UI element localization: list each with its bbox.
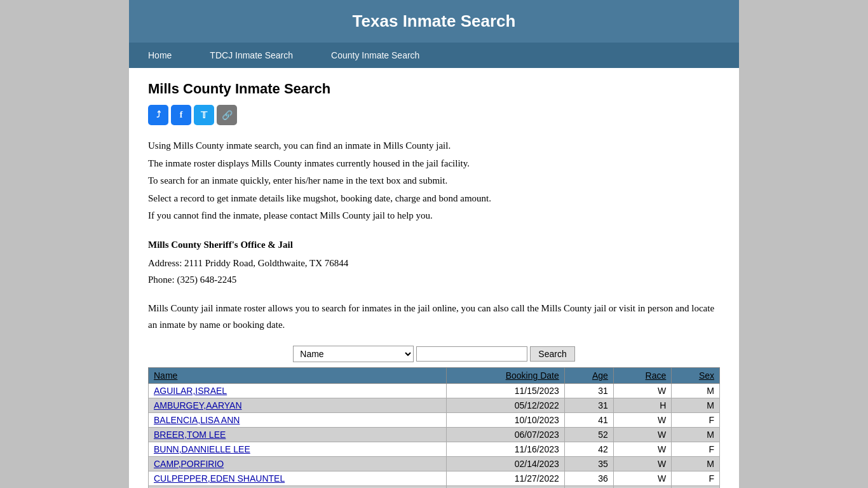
col-header-age[interactable]: Age <box>564 368 613 384</box>
desc-line1: Using Mills County inmate search, you ca… <box>148 138 720 154</box>
phone-label: Phone: <box>148 274 175 285</box>
cell-race: W <box>613 457 671 471</box>
jail-phone: Phone: (325) 648-2245 <box>148 272 720 288</box>
cell-booking-date: 11/27/2022 <box>446 471 564 486</box>
cell-booking-date: 06/07/2023 <box>446 428 564 442</box>
col-header-booking-date[interactable]: Booking Date <box>446 368 564 384</box>
search-type-select[interactable]: Name Booking Date <box>293 346 414 362</box>
cell-race: B <box>613 486 671 489</box>
table-row[interactable]: BREER,TOM LEE 06/07/2023 52 W M <box>149 428 720 442</box>
site-header: Texas Inmate Search <box>129 0 739 43</box>
cell-booking-date: 10/10/2023 <box>446 413 564 428</box>
cell-age: 42 <box>564 442 613 457</box>
cell-name: CULPEPPER,EDEN SHAUNTEL <box>149 471 447 486</box>
cell-booking-date: 05/12/2022 <box>446 398 564 413</box>
cell-name: BUNN,DANNIELLE LEE <box>149 442 447 457</box>
cell-sex: F <box>672 413 720 428</box>
desc-line5: If you cannot find the inmate, please co… <box>148 208 720 224</box>
social-icons: ⤴ f 𝕋 🔗 <box>148 105 720 125</box>
cell-race: H <box>613 398 671 413</box>
twitter-icon: 𝕋 <box>201 110 207 121</box>
cell-race: W <box>613 428 671 442</box>
link-icon: 🔗 <box>222 110 233 121</box>
col-header-name[interactable]: Name <box>149 368 447 384</box>
inmate-table-body: AGUILAR,ISRAEL 11/15/2023 31 W M AMBURGE… <box>149 384 720 489</box>
cell-sex: F <box>672 486 720 489</box>
cell-age: 31 <box>564 398 613 413</box>
nav-tdcj[interactable]: TDCJ Inmate Search <box>191 43 312 68</box>
cell-name: CAMP,PORFIRIO <box>149 457 447 471</box>
cell-race: W <box>613 413 671 428</box>
share-icon: ⤴ <box>156 110 161 120</box>
table-row[interactable]: BALENCIA,LISA ANN 10/10/2023 41 W F <box>149 413 720 428</box>
facebook-button[interactable]: f <box>171 105 191 125</box>
inmate-table: Name Booking Date Age Race Sex <box>148 367 720 488</box>
cell-sex: M <box>672 457 720 471</box>
cell-age: 52 <box>564 428 613 442</box>
cell-name: AGUILAR,ISRAEL <box>149 384 447 398</box>
page-title: Mills County Inmate Search <box>148 81 720 97</box>
cell-race: W <box>613 471 671 486</box>
cell-booking-date: 11/16/2023 <box>446 442 564 457</box>
cell-sex: F <box>672 442 720 457</box>
cell-sex: M <box>672 428 720 442</box>
desc-line2: The inmate roster displays Mills County … <box>148 156 720 172</box>
desc-line4: Select a record to get inmate details li… <box>148 191 720 207</box>
table-row[interactable]: AMBURGEY,AARYAN 05/12/2022 31 H M <box>149 398 720 413</box>
cell-race: W <box>613 442 671 457</box>
facebook-icon: f <box>180 110 183 120</box>
address-label: Address: <box>148 258 182 268</box>
desc-line3: To search for an inmate quickly, enter h… <box>148 173 720 189</box>
table-row[interactable]: DIXON,NASJA SHEREE 09/20/2023 32 B F <box>149 486 720 489</box>
table-row[interactable]: BUNN,DANNIELLE LEE 11/16/2023 42 W F <box>149 442 720 457</box>
search-input[interactable] <box>416 346 527 362</box>
site-title: Texas Inmate Search <box>135 11 733 31</box>
table-row[interactable]: AGUILAR,ISRAEL 11/15/2023 31 W M <box>149 384 720 398</box>
content-area: Mills County Inmate Search ⤴ f 𝕋 🔗 Using… <box>129 68 739 488</box>
search-bar: Name Booking Date Search <box>148 346 720 362</box>
address-value: 2111 Priddy Road, Goldthwaite, TX 76844 <box>184 258 348 268</box>
cell-race: W <box>613 384 671 398</box>
cell-name: AMBURGEY,AARYAN <box>149 398 447 413</box>
share-button[interactable]: ⤴ <box>148 105 168 125</box>
copy-link-button[interactable]: 🔗 <box>217 105 237 125</box>
table-row[interactable]: CAMP,PORFIRIO 02/14/2023 35 W M <box>149 457 720 471</box>
jail-address: Address: 2111 Priddy Road, Goldthwaite, … <box>148 255 720 272</box>
jail-info-title: Mills County Sheriff's Office & Jail <box>148 237 720 254</box>
phone-value: (325) 648-2245 <box>177 274 236 285</box>
search-button[interactable]: Search <box>530 346 574 362</box>
cell-age: 32 <box>564 486 613 489</box>
twitter-button[interactable]: 𝕋 <box>194 105 214 125</box>
cell-sex: M <box>672 398 720 413</box>
jail-info-block: Mills County Sheriff's Office & Jail Add… <box>148 237 720 288</box>
description-block: Using Mills County inmate search, you ca… <box>148 138 720 224</box>
cell-age: 31 <box>564 384 613 398</box>
nav-county[interactable]: County Inmate Search <box>312 43 438 68</box>
nav-home[interactable]: Home <box>129 43 191 68</box>
cell-sex: F <box>672 471 720 486</box>
table-header-row: Name Booking Date Age Race Sex <box>149 368 720 384</box>
col-header-sex[interactable]: Sex <box>672 368 720 384</box>
footer-description: Mills County jail inmate roster allows y… <box>148 301 720 333</box>
col-header-race[interactable]: Race <box>613 368 671 384</box>
cell-age: 41 <box>564 413 613 428</box>
cell-booking-date: 09/20/2023 <box>446 486 564 489</box>
cell-sex: M <box>672 384 720 398</box>
cell-age: 35 <box>564 457 613 471</box>
cell-age: 36 <box>564 471 613 486</box>
cell-booking-date: 11/15/2023 <box>446 384 564 398</box>
cell-name: DIXON,NASJA SHEREE <box>149 486 447 489</box>
table-row[interactable]: CULPEPPER,EDEN SHAUNTEL 11/27/2022 36 W … <box>149 471 720 486</box>
cell-name: BREER,TOM LEE <box>149 428 447 442</box>
cell-booking-date: 02/14/2023 <box>446 457 564 471</box>
cell-name: BALENCIA,LISA ANN <box>149 413 447 428</box>
main-nav: Home TDCJ Inmate Search County Inmate Se… <box>129 43 739 68</box>
